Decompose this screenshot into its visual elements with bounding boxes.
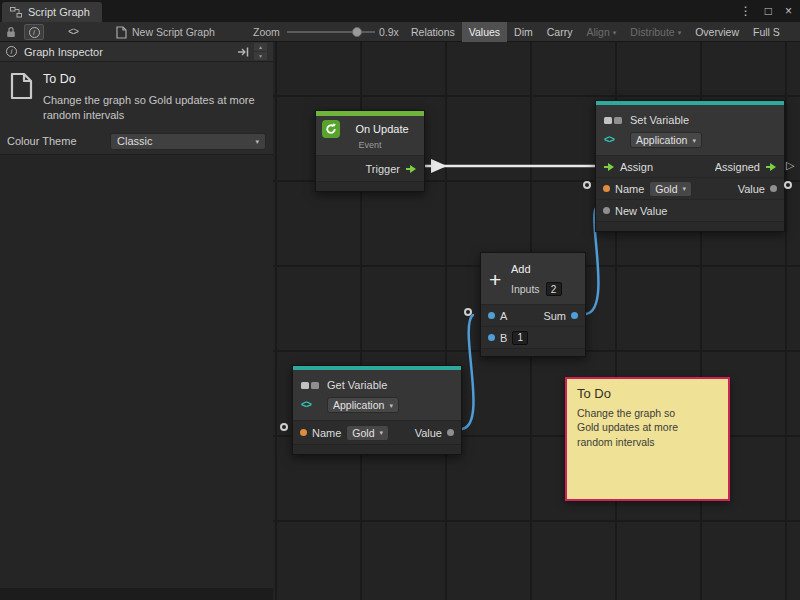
zoom-label: Zoom — [253, 22, 280, 42]
node-title: On Update — [346, 123, 418, 135]
scroll-up-icon[interactable]: ▲ — [254, 43, 267, 51]
graph-inspector-panel: i Graph Inspector ▲ ▼ To Do Change t — [0, 42, 273, 600]
new-script-graph-button[interactable]: New Script Graph — [116, 22, 215, 42]
graph-toolbar: i <> New Script Graph Zoom 0.9x Relation… — [0, 22, 800, 42]
chevron-down-icon: ▾ — [380, 429, 384, 436]
graph-canvas[interactable]: On Update Event Trigger Set Variable <> — [273, 42, 800, 600]
full-screen-button[interactable]: Full S — [746, 22, 787, 42]
assigned-ext-port-icon[interactable]: ▷ — [786, 160, 794, 171]
inputs-label: Inputs — [511, 283, 540, 295]
scroll-down-icon[interactable]: ▼ — [254, 52, 267, 60]
node-get-variable[interactable]: Get Variable <> Application ▾ Name Gold … — [292, 365, 462, 455]
sum-port-label: Sum — [543, 310, 566, 322]
value-port-label: Value — [738, 183, 765, 195]
tab-script-graph[interactable]: Script Graph — [2, 2, 102, 22]
new-script-graph-label: New Script Graph — [132, 26, 215, 38]
value-port-label: Value — [415, 427, 442, 439]
lock-icon[interactable] — [6, 22, 16, 42]
tab-bar: Script Graph ⋮ □ × — [0, 0, 800, 22]
b-row: B 1 — [481, 326, 585, 348]
a-in-port[interactable] — [488, 312, 495, 319]
overview-button[interactable]: Overview — [688, 22, 746, 42]
node-add[interactable]: + Add Inputs 2 A Sum B 1 — [480, 252, 586, 357]
set-variable-name-ext-port[interactable] — [583, 181, 591, 189]
todo-text: Change the graph so Gold updates at more… — [43, 93, 255, 124]
sticky-note[interactable]: To Do Change the graph so Gold updates a… — [565, 377, 730, 501]
script-graph-tab-icon — [10, 7, 22, 18]
variable-icon — [604, 117, 630, 124]
assign-port-row: Assign Assigned — [596, 155, 784, 177]
b-in-port[interactable] — [488, 334, 495, 341]
set-variable-header: Set Variable <> Application ▾ — [596, 105, 784, 155]
flow-out-port[interactable] — [405, 164, 417, 174]
zoom-value: 0.9x — [379, 22, 399, 42]
todo-block: To Do Change the graph so Gold updates a… — [43, 72, 255, 124]
inspector-todo-section: To Do Change the graph so Gold updates a… — [0, 62, 273, 124]
add-a-ext-port[interactable] — [464, 308, 472, 316]
variable-scope-dropdown[interactable]: Application ▾ — [327, 397, 399, 413]
string-port[interactable] — [603, 185, 610, 192]
dim-toggle[interactable]: Dim — [507, 22, 540, 42]
name-value-row: Name Gold ▾ Value — [596, 177, 784, 199]
b-value-field[interactable]: 1 — [512, 331, 528, 345]
distribute-dropdown[interactable]: Distribute ▾ — [623, 22, 688, 42]
script-file-icon — [116, 26, 127, 39]
carry-toggle[interactable]: Carry — [540, 22, 580, 42]
variables-toggle-button[interactable]: <> — [68, 22, 78, 42]
inputs-count-field[interactable]: 2 — [546, 282, 562, 296]
window-menu-icon[interactable]: ⋮ — [740, 4, 752, 18]
align-dropdown[interactable]: Align ▾ — [579, 22, 623, 42]
flow-out-port[interactable] — [765, 162, 777, 172]
maximize-icon[interactable]: □ — [765, 4, 772, 18]
string-port[interactable] — [300, 429, 307, 436]
wire-getvalue-to-a[interactable] — [462, 315, 474, 429]
chevron-down-icon: ▾ — [683, 185, 687, 192]
colour-theme-label: Colour Theme — [7, 135, 77, 147]
sticky-note-title: To Do — [577, 386, 718, 401]
node-footer — [293, 444, 461, 454]
unity-script-graph-window: Script Graph ⋮ □ × i <> New Script Graph — [0, 0, 800, 600]
node-set-variable[interactable]: Set Variable <> Application ▾ Assign Ass… — [595, 100, 785, 232]
variable-icon — [301, 382, 327, 389]
get-variable-name-ext-port[interactable] — [280, 423, 288, 431]
sum-out-port[interactable] — [571, 312, 578, 319]
values-toggle[interactable]: Values — [462, 22, 507, 42]
sticky-note-text: Change the graph so Gold updates at more… — [577, 406, 699, 449]
variable-scope-dropdown[interactable]: Application ▾ — [630, 132, 702, 148]
variable-name-dropdown[interactable]: Gold ▾ — [346, 425, 389, 441]
plus-icon: + — [489, 269, 511, 290]
trigger-port-row: Trigger — [316, 155, 424, 181]
graph-inspector-header: i Graph Inspector ▲ ▼ — [0, 42, 273, 62]
node-title: Get Variable — [327, 379, 455, 391]
toolbar-toggle-group: Relations Values Dim Carry Align ▾ Distr… — [404, 22, 787, 42]
inspector-bottom-bar — [0, 588, 273, 600]
dock-panel-icon[interactable] — [237, 46, 250, 58]
new-value-in-port[interactable] — [603, 207, 610, 214]
name-port-label: Name — [615, 183, 644, 195]
close-icon[interactable]: × — [785, 4, 792, 18]
value-out-port[interactable] — [447, 429, 454, 436]
flow-in-port[interactable] — [603, 162, 615, 172]
variable-code-icon: <> — [301, 400, 327, 411]
update-loop-icon — [322, 120, 340, 138]
note-icon — [10, 72, 33, 100]
zoom-slider-handle[interactable] — [352, 27, 362, 37]
tab-label: Script Graph — [28, 6, 90, 18]
relations-toggle[interactable]: Relations — [404, 22, 462, 42]
colour-theme-dropdown[interactable]: Classic ▾ — [110, 133, 266, 150]
name-value-row: Name Gold ▾ Value — [293, 420, 461, 444]
assign-port-label: Assign — [620, 161, 653, 173]
trigger-port-label: Trigger — [366, 163, 400, 175]
value-out-port[interactable] — [770, 185, 777, 192]
add-header: + Add Inputs 2 — [481, 253, 585, 304]
colour-theme-row: Colour Theme Classic ▾ — [0, 130, 273, 152]
node-on-update[interactable]: On Update Event Trigger — [315, 110, 425, 192]
node-footer — [481, 348, 585, 356]
variable-name-dropdown[interactable]: Gold ▾ — [649, 181, 692, 197]
chevron-down-icon: ▾ — [692, 137, 696, 144]
code-icon: <> — [68, 27, 78, 38]
set-variable-value-ext-port[interactable] — [784, 181, 792, 189]
chevron-down-icon: ▾ — [678, 29, 682, 36]
new-value-port-label: New Value — [615, 205, 667, 217]
graph-inspector-toggle-button[interactable]: i — [24, 22, 44, 42]
